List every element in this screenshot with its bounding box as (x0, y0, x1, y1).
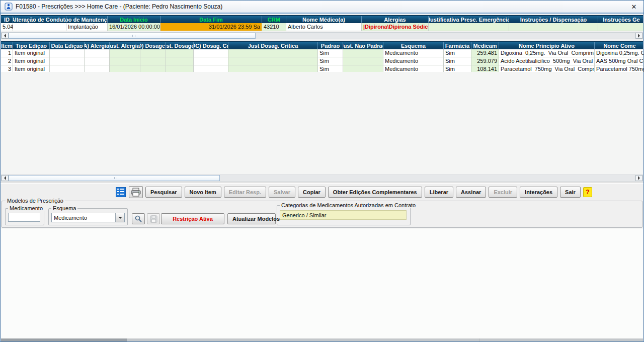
col-header-item: Item (1, 42, 13, 49)
col-header-d-dosagem: (D) Dosagem (140, 42, 166, 49)
item-row-2[interactable]: 2 Item original Sim Medicamento Sim 259.… (1, 57, 643, 65)
cell-data-inicio[interactable]: 16/01/2026 00:00:00 (108, 23, 160, 31)
interacoes-button[interactable]: Interações (520, 187, 557, 198)
cell-a-alergias[interactable] (85, 49, 110, 57)
cell-justificativa-emergencia[interactable] (429, 23, 509, 31)
categorias-value-field: Generico / Similar (280, 210, 407, 220)
cell-tipo-edicao[interactable]: Item original (13, 57, 50, 65)
prescription-header-row: ID Alteração de Conduta Tipo de Manutenç… (1, 15, 643, 23)
item-row-1[interactable]: 1 Item original Sim Medicamento Sim 259.… (1, 49, 643, 57)
items-table: Item Tipo Edição Data Edição (A) Alergia… (1, 41, 643, 73)
items-hscrollbar[interactable] (1, 175, 643, 182)
cell-padrao[interactable]: Sim (318, 57, 343, 65)
cell-a-alergias[interactable] (85, 57, 110, 65)
prescription-hscrollbar[interactable] (1, 32, 643, 39)
cell-just-nao-padrao[interactable] (343, 57, 383, 65)
col-header-instrucoes-gerais: Instruções Ge (598, 16, 644, 23)
col-header-nome-comercial: Nome Come (595, 42, 644, 49)
lower-empty-area (1, 228, 643, 338)
cell-farmacia[interactable]: Sim (444, 57, 471, 65)
cell-item[interactable]: 2 (1, 57, 13, 65)
cell-just-dosagem[interactable] (166, 49, 194, 57)
cell-farmacia[interactable]: Sim (444, 49, 471, 57)
obter-edicoes-complementares-button[interactable]: Obter Edições Complementares (328, 187, 422, 198)
liberar-button[interactable]: Liberar (425, 187, 453, 198)
cell-just-alergias[interactable] (110, 57, 140, 65)
cell-data-edicao[interactable] (50, 49, 85, 57)
scroll-left-icon[interactable] (2, 175, 9, 181)
print-icon[interactable] (129, 186, 143, 198)
cell-just-dosag-critica[interactable] (228, 57, 318, 65)
cell-crm[interactable]: 43210 (262, 23, 286, 31)
cell-just-dosagem[interactable] (166, 57, 194, 65)
bottom-scrollbar-thumb[interactable] (1, 338, 127, 342)
pesquisar-button[interactable]: Pesquisar (145, 187, 182, 198)
cell-d-dosagem[interactable] (140, 49, 166, 57)
cell-alteracao-conduta[interactable] (13, 23, 66, 31)
cell-nome-principio-ativo[interactable]: Digoxina 0,25mg. Via Oral Comprimido ... (499, 49, 595, 57)
cell-esquema[interactable]: Medicamento (383, 49, 444, 57)
cell-medicamento-codigo[interactable]: 259.079 (471, 57, 499, 65)
medicamento-groupbox: Medicamento (5, 208, 44, 225)
categorias-label: Categorias de Medicamentos Autorizadas e… (280, 202, 417, 208)
cell-tipo-edicao[interactable]: Item original (13, 49, 50, 57)
restricao-ativa-button[interactable]: Restrição Ativa (161, 213, 224, 224)
app-window: F01580 - Prescrições >>> Home Care - (Pa… (0, 0, 644, 342)
cell-nome-comercial[interactable]: Digoxina 0,25mg. Ora (595, 49, 644, 57)
help-button[interactable]: ? (583, 187, 592, 197)
save-model-icon[interactable] (147, 213, 160, 224)
atualizar-modelos-button[interactable]: Atualizar Modelos (227, 213, 276, 224)
ordered-list-icon[interactable] (115, 187, 126, 198)
scrollbar-thumb[interactable] (9, 33, 256, 39)
scroll-right-icon[interactable] (635, 175, 642, 181)
search-icon[interactable] (132, 213, 145, 224)
cell-dc-dosag-crit[interactable] (194, 49, 228, 57)
sair-button[interactable]: Sair (560, 187, 581, 198)
cell-data-edicao[interactable] (50, 57, 85, 65)
excluir-button[interactable]: Excluir (489, 187, 517, 198)
cell-just-dosag-critica[interactable] (228, 49, 318, 57)
prescription-row[interactable]: 5.042 Implantação 16/01/2026 00:00:00 31… (1, 23, 643, 31)
cell-nome-comercial[interactable]: AAS 500mg Oral Con (595, 57, 644, 65)
col-header-just-dosag-critica: Just Dosag. Crítica (228, 42, 318, 49)
scroll-left-icon[interactable] (2, 33, 9, 39)
cell-nome-principio-ativo[interactable]: Acido Acetilsalicilico 500mg Via Oral Co… (499, 57, 595, 65)
items-header-row: Item Tipo Edição Data Edição (A) Alergia… (1, 41, 643, 49)
cell-just-nao-padrao[interactable] (343, 49, 383, 57)
copiar-button[interactable]: Copiar (298, 187, 326, 198)
title-bar: F01580 - Prescrições >>> Home Care - (Pa… (1, 1, 643, 14)
medicamento-input[interactable] (8, 213, 40, 222)
toolbar: Pesquisar Novo Item Editar Resp. Salvar … (1, 183, 643, 201)
esquema-select[interactable]: Medicamento (51, 213, 125, 222)
novo-item-button[interactable]: Novo Item (185, 187, 221, 198)
chevron-down-icon[interactable] (115, 213, 124, 222)
scroll-right-icon[interactable] (635, 33, 642, 39)
cell-esquema[interactable]: Medicamento (383, 57, 444, 65)
col-header-data-inicio: Data Início (108, 16, 160, 23)
editar-resp-button[interactable]: Editar Resp. (224, 187, 266, 198)
salvar-button[interactable]: Salvar (269, 187, 295, 198)
cell-data-fim[interactable]: 31/01/2026 23:59 Sa (160, 23, 262, 31)
esquema-label: Esquema (51, 205, 77, 211)
cell-instrucoes-gerais[interactable] (598, 23, 644, 31)
close-icon[interactable]: ✕ (628, 3, 639, 11)
cell-tipo-manutencao[interactable]: Implantação (66, 23, 108, 31)
assinar-button[interactable]: Assinar (456, 187, 486, 198)
cell-item[interactable]: 1 (1, 49, 13, 57)
cell-instrucoes-dispensacao[interactable] (509, 23, 598, 31)
cell-padrao[interactable]: Sim (318, 49, 343, 57)
col-header-nome-medico: Nome Médico(a) (286, 16, 362, 23)
cell-d-dosagem[interactable] (140, 57, 166, 65)
scrollbar-thumb[interactable] (9, 175, 220, 181)
cell-id[interactable]: 5.042 (1, 23, 13, 31)
modelos-panel-label: Modelos de Prescrição (6, 198, 65, 204)
col-header-alteracao-conduta: Alteração de Conduta (13, 16, 66, 23)
cell-alergias[interactable]: |Dipirona\Dipirona Sódica\ (362, 23, 429, 31)
cell-just-alergias[interactable] (110, 49, 140, 57)
cell-dc-dosag-crit[interactable] (194, 57, 228, 65)
col-header-id: ID (1, 16, 13, 23)
bottom-scrollbar[interactable] (1, 338, 643, 342)
cell-nome-medico[interactable]: Alberto Carlos (286, 23, 362, 31)
col-header-data-edicao: Data Edição (50, 42, 85, 49)
cell-medicamento-codigo[interactable]: 259.481 (471, 49, 499, 57)
